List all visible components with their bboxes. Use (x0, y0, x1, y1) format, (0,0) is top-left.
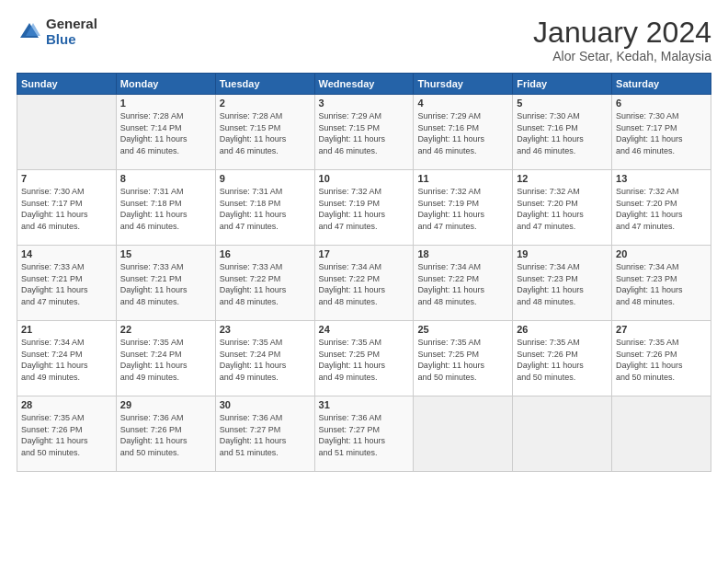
day-info: Sunrise: 7:35 AMSunset: 7:24 PMDaylight:… (220, 337, 311, 383)
logo-general: General (46, 17, 97, 32)
day-number: 11 (417, 173, 508, 184)
calendar-cell: 8Sunrise: 7:31 AMSunset: 7:18 PMDaylight… (116, 170, 215, 246)
day-info: Sunrise: 7:35 AMSunset: 7:26 PMDaylight:… (616, 337, 707, 383)
week-row-4: 21Sunrise: 7:34 AMSunset: 7:24 PMDayligh… (17, 321, 711, 396)
day-info: Sunrise: 7:29 AMSunset: 7:16 PMDaylight:… (417, 110, 508, 156)
calendar-cell: 30Sunrise: 7:36 AMSunset: 7:27 PMDayligh… (215, 396, 314, 472)
day-info: Sunrise: 7:36 AMSunset: 7:27 PMDaylight:… (319, 412, 410, 458)
day-number: 15 (120, 248, 211, 259)
day-info: Sunrise: 7:28 AMSunset: 7:15 PMDaylight:… (220, 110, 311, 156)
logo: General Blue (17, 17, 97, 47)
calendar-cell (513, 396, 612, 472)
day-info: Sunrise: 7:30 AMSunset: 7:17 PMDaylight:… (21, 186, 112, 232)
calendar-cell: 10Sunrise: 7:32 AMSunset: 7:19 PMDayligh… (314, 170, 414, 246)
day-number: 1 (120, 98, 211, 109)
calendar-cell: 21Sunrise: 7:34 AMSunset: 7:24 PMDayligh… (17, 321, 117, 396)
day-info: Sunrise: 7:33 AMSunset: 7:21 PMDaylight:… (21, 261, 112, 307)
header-saturday: Saturday (612, 74, 711, 95)
calendar-cell: 6Sunrise: 7:30 AMSunset: 7:17 PMDaylight… (612, 95, 711, 170)
calendar-cell (414, 396, 513, 472)
calendar-cell: 22Sunrise: 7:35 AMSunset: 7:24 PMDayligh… (116, 321, 215, 396)
calendar-cell: 26Sunrise: 7:35 AMSunset: 7:26 PMDayligh… (513, 321, 612, 396)
day-number: 2 (220, 98, 311, 109)
title-section: January 2024 Alor Setar, Kedah, Malaysia (533, 17, 711, 63)
calendar-cell (17, 95, 117, 170)
day-number: 22 (120, 324, 211, 335)
header-monday: Monday (116, 74, 215, 95)
calendar-cell: 29Sunrise: 7:36 AMSunset: 7:26 PMDayligh… (116, 396, 215, 472)
calendar-cell: 3Sunrise: 7:29 AMSunset: 7:15 PMDaylight… (314, 95, 414, 170)
calendar-cell (612, 396, 711, 472)
calendar-cell: 13Sunrise: 7:32 AMSunset: 7:20 PMDayligh… (612, 170, 711, 246)
calendar-page: General Blue January 2024 Alor Setar, Ke… (0, 0, 728, 563)
calendar-cell: 2Sunrise: 7:28 AMSunset: 7:15 PMDaylight… (215, 95, 314, 170)
month-title: January 2024 (533, 17, 711, 49)
day-number: 30 (220, 399, 311, 410)
calendar-table: SundayMondayTuesdayWednesdayThursdayFrid… (17, 73, 711, 472)
header-thursday: Thursday (414, 74, 513, 95)
day-info: Sunrise: 7:34 AMSunset: 7:22 PMDaylight:… (417, 261, 508, 307)
calendar-cell: 9Sunrise: 7:31 AMSunset: 7:18 PMDaylight… (215, 170, 314, 246)
day-number: 5 (517, 98, 608, 109)
calendar-cell: 4Sunrise: 7:29 AMSunset: 7:16 PMDaylight… (414, 95, 513, 170)
day-number: 17 (319, 248, 410, 259)
day-info: Sunrise: 7:35 AMSunset: 7:26 PMDaylight:… (21, 412, 112, 458)
day-info: Sunrise: 7:35 AMSunset: 7:24 PMDaylight:… (120, 337, 211, 383)
day-number: 6 (616, 98, 707, 109)
day-info: Sunrise: 7:30 AMSunset: 7:16 PMDaylight:… (517, 110, 608, 156)
calendar-cell: 19Sunrise: 7:34 AMSunset: 7:23 PMDayligh… (513, 246, 612, 321)
day-info: Sunrise: 7:32 AMSunset: 7:19 PMDaylight:… (319, 186, 410, 232)
day-info: Sunrise: 7:34 AMSunset: 7:23 PMDaylight:… (616, 261, 707, 307)
header-tuesday: Tuesday (215, 74, 314, 95)
week-row-1: 1Sunrise: 7:28 AMSunset: 7:14 PMDaylight… (17, 95, 711, 170)
day-number: 27 (616, 324, 707, 335)
day-number: 19 (517, 248, 608, 259)
day-number: 7 (21, 173, 112, 184)
day-number: 21 (21, 324, 112, 335)
day-info: Sunrise: 7:35 AMSunset: 7:26 PMDaylight:… (517, 337, 608, 383)
week-row-3: 14Sunrise: 7:33 AMSunset: 7:21 PMDayligh… (17, 246, 711, 321)
day-number: 14 (21, 248, 112, 259)
header-sunday: Sunday (17, 74, 117, 95)
day-number: 26 (517, 324, 608, 335)
day-info: Sunrise: 7:34 AMSunset: 7:23 PMDaylight:… (517, 261, 608, 307)
location: Alor Setar, Kedah, Malaysia (533, 49, 711, 63)
day-number: 12 (517, 173, 608, 184)
day-info: Sunrise: 7:33 AMSunset: 7:21 PMDaylight:… (120, 261, 211, 307)
calendar-cell: 28Sunrise: 7:35 AMSunset: 7:26 PMDayligh… (17, 396, 117, 472)
day-number: 20 (616, 248, 707, 259)
calendar-cell: 15Sunrise: 7:33 AMSunset: 7:21 PMDayligh… (116, 246, 215, 321)
day-number: 13 (616, 173, 707, 184)
header-friday: Friday (513, 74, 612, 95)
day-number: 28 (21, 399, 112, 410)
header-wednesday: Wednesday (314, 74, 414, 95)
calendar-cell: 16Sunrise: 7:33 AMSunset: 7:22 PMDayligh… (215, 246, 314, 321)
day-info: Sunrise: 7:28 AMSunset: 7:14 PMDaylight:… (120, 110, 211, 156)
calendar-cell: 5Sunrise: 7:30 AMSunset: 7:16 PMDaylight… (513, 95, 612, 170)
day-number: 25 (417, 324, 508, 335)
day-info: Sunrise: 7:36 AMSunset: 7:26 PMDaylight:… (120, 412, 211, 458)
calendar-cell: 1Sunrise: 7:28 AMSunset: 7:14 PMDaylight… (116, 95, 215, 170)
day-number: 16 (220, 248, 311, 259)
logo-blue: Blue (46, 32, 97, 48)
calendar-cell: 20Sunrise: 7:34 AMSunset: 7:23 PMDayligh… (612, 246, 711, 321)
day-info: Sunrise: 7:35 AMSunset: 7:25 PMDaylight:… (417, 337, 508, 383)
calendar-cell: 23Sunrise: 7:35 AMSunset: 7:24 PMDayligh… (215, 321, 314, 396)
calendar-cell: 25Sunrise: 7:35 AMSunset: 7:25 PMDayligh… (414, 321, 513, 396)
day-info: Sunrise: 7:34 AMSunset: 7:24 PMDaylight:… (21, 337, 112, 383)
day-info: Sunrise: 7:32 AMSunset: 7:19 PMDaylight:… (417, 186, 508, 232)
header-row: SundayMondayTuesdayWednesdayThursdayFrid… (17, 74, 711, 95)
day-number: 24 (319, 324, 410, 335)
day-number: 4 (417, 98, 508, 109)
day-info: Sunrise: 7:34 AMSunset: 7:22 PMDaylight:… (319, 261, 410, 307)
day-info: Sunrise: 7:35 AMSunset: 7:25 PMDaylight:… (319, 337, 410, 383)
week-row-5: 28Sunrise: 7:35 AMSunset: 7:26 PMDayligh… (17, 396, 711, 472)
day-info: Sunrise: 7:30 AMSunset: 7:17 PMDaylight:… (616, 110, 707, 156)
day-info: Sunrise: 7:36 AMSunset: 7:27 PMDaylight:… (220, 412, 311, 458)
day-number: 23 (220, 324, 311, 335)
day-number: 29 (120, 399, 211, 410)
day-info: Sunrise: 7:29 AMSunset: 7:15 PMDaylight:… (319, 110, 410, 156)
day-info: Sunrise: 7:31 AMSunset: 7:18 PMDaylight:… (220, 186, 311, 232)
day-number: 31 (319, 399, 410, 410)
day-info: Sunrise: 7:33 AMSunset: 7:22 PMDaylight:… (220, 261, 311, 307)
